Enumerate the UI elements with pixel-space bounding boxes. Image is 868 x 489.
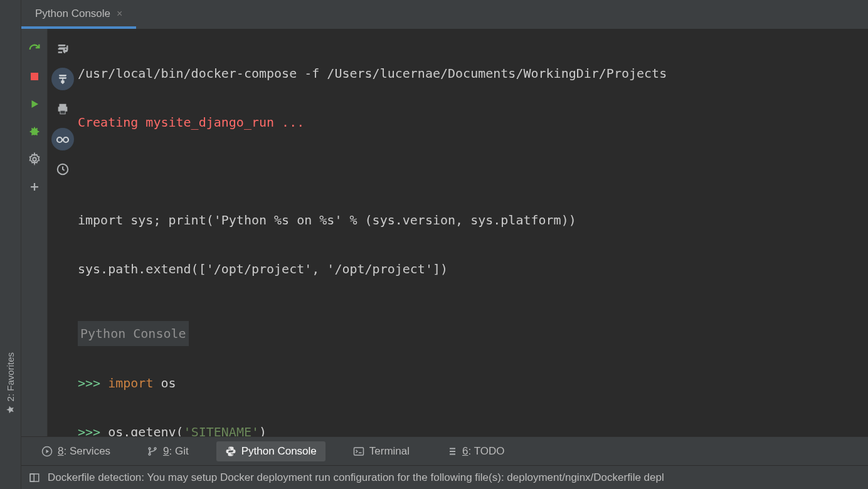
print-icon bbox=[56, 102, 70, 116]
scroll-to-end-button[interactable] bbox=[51, 68, 74, 90]
plus-icon bbox=[29, 181, 40, 192]
status-message: Dockerfile detection: You may setup Dock… bbox=[48, 471, 664, 484]
python-icon bbox=[225, 446, 236, 457]
close-tab-icon[interactable]: × bbox=[117, 8, 122, 19]
console-section-label: Python Console bbox=[78, 321, 189, 346]
history-icon bbox=[56, 162, 70, 176]
console-command-line: /usr/local/bin/docker-compose -f /Users/… bbox=[78, 61, 868, 87]
execute-button[interactable] bbox=[26, 95, 43, 113]
play-circle-icon bbox=[41, 446, 53, 457]
soft-wrap-button[interactable] bbox=[51, 38, 74, 60]
svg-point-9 bbox=[149, 453, 151, 455]
console-output[interactable]: /usr/local/bin/docker-compose -f /Users/… bbox=[78, 29, 868, 436]
scroll-end-icon bbox=[56, 73, 69, 85]
svg-rect-3 bbox=[60, 111, 65, 114]
python-console-tool-tab[interactable]: Python Console bbox=[216, 441, 326, 461]
terminal-icon bbox=[353, 446, 364, 457]
keyword: import bbox=[108, 376, 153, 391]
tab-title: Python Console bbox=[35, 8, 110, 20]
services-tool-tab[interactable]: 8: Services bbox=[33, 441, 119, 461]
python-console-tab[interactable]: Python Console × bbox=[21, 1, 136, 29]
favorites-tool-tab[interactable]: 2: Favorites bbox=[5, 352, 16, 414]
console-wrap: /usr/local/bin/docker-compose -f /Users/… bbox=[21, 29, 868, 436]
status-bar: Dockerfile detection: You may setup Dock… bbox=[21, 465, 868, 489]
console-side-actions bbox=[48, 29, 78, 436]
bottom-tool-bar: 8: Services 9: Git Python Console Termin… bbox=[21, 436, 868, 465]
left-gutter: 2: Favorites bbox=[0, 0, 21, 489]
stop-icon bbox=[29, 71, 40, 82]
debug-button[interactable] bbox=[26, 123, 43, 140]
console-tab-bar: Python Console × bbox=[21, 0, 868, 29]
console-input-line-2: >>> os.getenv('SITENAME') bbox=[78, 420, 868, 436]
soft-wrap-icon bbox=[56, 42, 70, 56]
svg-point-2 bbox=[33, 157, 36, 161]
favorites-label: 2: Favorites bbox=[5, 352, 16, 401]
git-tool-tab[interactable]: 9: Git bbox=[138, 441, 198, 461]
todo-tool-tab[interactable]: 6: TODO bbox=[437, 441, 513, 461]
glasses-icon bbox=[55, 132, 70, 147]
new-console-button[interactable] bbox=[26, 178, 43, 196]
main-column: Python Console × bbox=[21, 0, 868, 489]
console-creating-line: Creating mysite_django_run ... bbox=[78, 110, 868, 135]
prompt-marker: >>> bbox=[78, 424, 100, 436]
console-syspath-line: sys.path.extend(['/opt/project', '/opt/p… bbox=[78, 257, 868, 282]
console-input-line-1: >>> import os bbox=[78, 371, 868, 396]
prompt-marker: >>> bbox=[78, 376, 100, 391]
bug-icon bbox=[28, 125, 41, 139]
rerun-button[interactable] bbox=[26, 40, 43, 58]
svg-point-5 bbox=[63, 137, 68, 142]
console-import-sys-line: import sys; print('Python %s on %s' % (s… bbox=[78, 208, 868, 233]
list-icon bbox=[446, 446, 457, 457]
show-variables-button[interactable] bbox=[51, 128, 74, 150]
print-button[interactable] bbox=[51, 98, 74, 120]
svg-point-10 bbox=[154, 448, 156, 450]
history-button[interactable] bbox=[51, 158, 74, 181]
window-icon[interactable] bbox=[29, 472, 40, 483]
svg-rect-11 bbox=[354, 448, 363, 455]
rerun-icon bbox=[28, 42, 41, 56]
star-icon bbox=[6, 405, 15, 414]
terminal-tool-tab[interactable]: Terminal bbox=[344, 441, 418, 461]
console-toolbar bbox=[21, 29, 48, 436]
settings-button[interactable] bbox=[26, 150, 43, 168]
svg-rect-0 bbox=[31, 73, 38, 80]
svg-rect-13 bbox=[30, 474, 34, 481]
svg-point-8 bbox=[149, 448, 151, 450]
svg-point-4 bbox=[57, 137, 62, 142]
gear-icon bbox=[28, 152, 41, 166]
stop-button[interactable] bbox=[26, 68, 43, 85]
play-icon bbox=[29, 98, 40, 110]
git-branch-icon bbox=[147, 446, 158, 457]
